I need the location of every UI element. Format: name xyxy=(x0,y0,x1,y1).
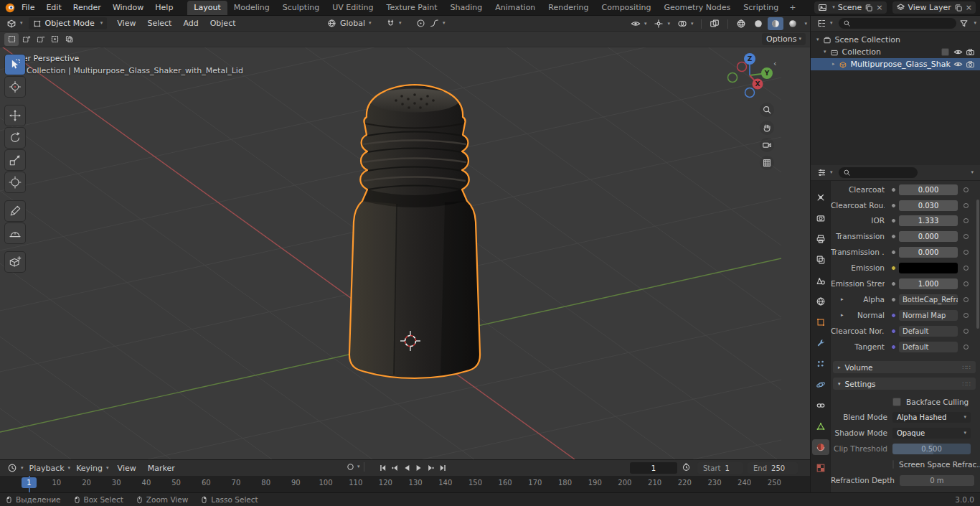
outliner-search-input[interactable] xyxy=(839,18,957,29)
decorator-dot[interactable] xyxy=(963,345,969,350)
view-layer-remove-icon[interactable]: × xyxy=(966,3,972,12)
transmission-roughness-field[interactable]: 0.000 xyxy=(899,247,958,258)
menu-file[interactable]: File xyxy=(16,0,40,15)
expand-icon[interactable]: ▾ xyxy=(816,37,819,42)
scene-unlink-icon[interactable]: × xyxy=(876,3,882,12)
tab-modeling[interactable]: Modeling xyxy=(227,1,276,15)
tool-move[interactable] xyxy=(5,106,25,126)
tool-measure[interactable] xyxy=(5,223,25,243)
play-reverse-button[interactable] xyxy=(400,462,413,473)
jump-to-start-button[interactable] xyxy=(376,462,388,473)
view-layer-name-field[interactable]: View Layer xyxy=(908,3,951,12)
current-frame-field[interactable]: 1 xyxy=(630,462,677,474)
backface-culling-checkbox[interactable] xyxy=(892,398,901,406)
clip-threshold-field[interactable]: 0.500 xyxy=(892,444,971,454)
normal-link-field[interactable]: Normal Map xyxy=(899,310,958,321)
ortho-toggle-button[interactable] xyxy=(760,156,774,170)
clearcoat-field[interactable]: 0.000 xyxy=(899,184,958,195)
tab-object[interactable] xyxy=(812,314,829,330)
tab-animation[interactable]: Animation xyxy=(489,1,542,15)
options-button[interactable]: Options▾ xyxy=(762,33,806,45)
zoom-button[interactable] xyxy=(760,103,774,117)
menu-render[interactable]: Render xyxy=(67,0,107,15)
viewport-canvas[interactable] xyxy=(0,32,781,459)
menu-object[interactable]: Object xyxy=(204,16,242,31)
tool-transform[interactable] xyxy=(5,172,25,192)
object-mode-dropdown[interactable]: Object Mode ▾ xyxy=(29,17,108,29)
outliner-row-scene-collection[interactable]: ▾ Scene Collection xyxy=(811,34,980,46)
ior-field[interactable]: 1.333 xyxy=(899,215,958,226)
blend-mode-dropdown[interactable]: Alpha Hashed▾ xyxy=(892,412,971,423)
end-frame-field[interactable]: End250 xyxy=(748,462,798,474)
gizmos-dropdown[interactable]: ▾ xyxy=(651,17,673,30)
tool-annotate[interactable] xyxy=(5,201,25,221)
camera-icon[interactable] xyxy=(966,47,975,57)
overlays-dropdown[interactable]: ▾ xyxy=(674,17,697,30)
navigation-gizmo[interactable]: Z Y X xyxy=(725,50,775,100)
shadow-mode-dropdown[interactable]: Opaque▾ xyxy=(892,428,971,439)
tab-object-data[interactable] xyxy=(812,418,829,434)
decorator-dot[interactable] xyxy=(963,203,969,208)
jump-to-end-button[interactable] xyxy=(437,462,449,473)
shading-rendered-button[interactable] xyxy=(785,17,801,30)
emission-strength-field[interactable]: 1.000 xyxy=(899,278,958,289)
playhead-frame-badge[interactable]: 1 xyxy=(22,477,37,488)
properties-options-chevron[interactable]: ▾ xyxy=(971,170,974,175)
menu-add[interactable]: Add xyxy=(177,16,204,31)
tab-shading[interactable]: Shading xyxy=(444,1,489,15)
decorator-dot[interactable] xyxy=(963,266,969,271)
playback-menu[interactable]: Playback▾ xyxy=(27,462,74,474)
tangent-field[interactable]: Default xyxy=(899,342,958,352)
select-mode-extend-button[interactable] xyxy=(19,33,33,46)
tab-particles[interactable] xyxy=(812,356,829,372)
screen-space-refraction-checkbox[interactable] xyxy=(892,460,894,469)
filter-icon[interactable] xyxy=(959,19,969,28)
camera-icon[interactable] xyxy=(966,60,975,69)
tab-rendering[interactable]: Rendering xyxy=(542,1,595,15)
preview-range-toggle[interactable] xyxy=(682,462,691,472)
outliner-options-chevron[interactable]: ▾ xyxy=(974,21,976,26)
expand-icon[interactable]: ▸ xyxy=(841,312,844,318)
alpha-link-field[interactable]: BottleCap_Refrac... xyxy=(899,294,958,305)
tab-uv-editing[interactable]: UV Editing xyxy=(326,1,380,15)
clearcoat-roughness-field[interactable]: 0.030 xyxy=(899,200,958,211)
start-frame-field[interactable]: Start1 xyxy=(697,462,743,474)
decorator-dot[interactable] xyxy=(963,187,969,192)
next-keyframe-button[interactable] xyxy=(425,462,437,473)
tab-scene[interactable] xyxy=(812,273,829,289)
select-mode-subtract-button[interactable] xyxy=(33,33,47,46)
expand-icon[interactable]: ▸ xyxy=(841,296,844,302)
transform-orientation-dropdown[interactable]: Global ▾ xyxy=(324,17,374,29)
shading-wireframe-button[interactable] xyxy=(733,17,749,30)
tab-material[interactable] xyxy=(812,439,829,455)
transmission-field[interactable]: 0.000 xyxy=(899,231,958,242)
blender-logo[interactable] xyxy=(4,2,16,14)
select-mode-intersect-button[interactable] xyxy=(62,33,76,46)
object-visibility-dropdown[interactable]: ▾ xyxy=(628,17,650,30)
tab-output[interactable] xyxy=(812,231,829,247)
auto-key-chevron[interactable]: ▾ xyxy=(357,464,360,469)
shading-solid-button[interactable] xyxy=(750,17,766,30)
tab-world[interactable] xyxy=(812,294,829,309)
tab-render[interactable] xyxy=(812,210,829,226)
outliner-row-collection[interactable]: ▾ Collection xyxy=(811,46,980,58)
menu-view[interactable]: View xyxy=(111,16,141,31)
tab-texture[interactable] xyxy=(812,460,829,476)
menu-help[interactable]: Help xyxy=(149,0,179,15)
select-mode-new-button[interactable] xyxy=(4,33,19,46)
play-button[interactable] xyxy=(413,462,425,473)
add-workspace-button[interactable]: + xyxy=(785,1,800,14)
scene-new-icon[interactable] xyxy=(864,4,873,12)
decorator-dot[interactable] xyxy=(963,234,969,239)
tool-scale[interactable] xyxy=(5,150,25,170)
eye-icon[interactable] xyxy=(953,60,963,69)
settings-section-header[interactable]: ▾Settings∷∷ xyxy=(833,378,976,390)
sidebar-toggle-arrow[interactable]: ‹ xyxy=(773,59,776,68)
scene-name-field[interactable]: Scene xyxy=(838,3,862,12)
tab-constraints[interactable] xyxy=(812,398,829,413)
decorator-dot[interactable] xyxy=(963,218,969,223)
properties-editor-type-button[interactable]: ▾ xyxy=(814,167,836,179)
shading-dropdown-chevron[interactable]: ▾ xyxy=(804,22,807,27)
tab-texture-paint[interactable]: Texture Paint xyxy=(380,1,444,15)
menu-window[interactable]: Window xyxy=(107,0,149,15)
